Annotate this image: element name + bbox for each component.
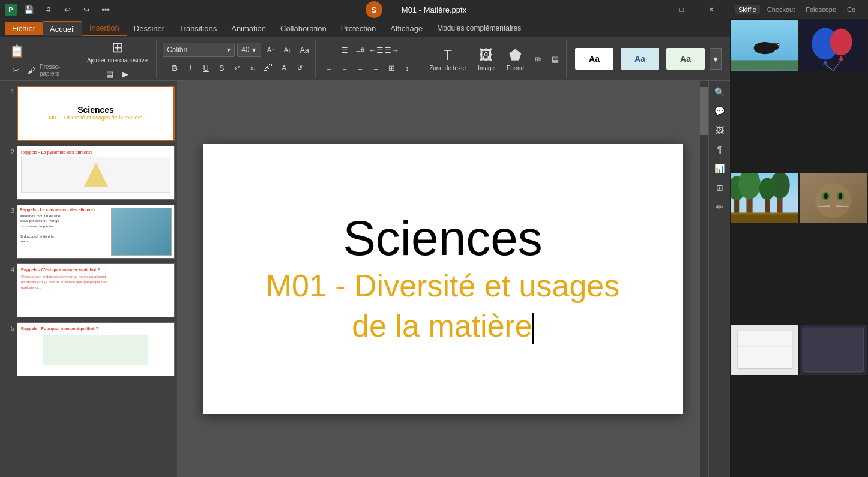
align-center-button[interactable]: ≡ (337, 61, 352, 75)
bullets-button[interactable]: ☰ (337, 43, 352, 57)
tab-affichage[interactable]: Affichage (383, 22, 430, 35)
browser-tab-checkout[interactable]: Checkout (764, 5, 798, 14)
title-bar-left: P 💾 🖨 ↩ ↪ ••• (5, 4, 110, 16)
slide-thumb-3[interactable]: 3 Rappels - Le classement des aliments A… (2, 205, 175, 259)
tab-transitions[interactable]: Transitions (172, 22, 224, 35)
align-right-button[interactable]: ≡ (353, 61, 367, 75)
slide-3-content: Autour de moi, un ou uneélève propose ou… (20, 214, 109, 244)
themes-expand-button[interactable]: ▾ (710, 48, 722, 70)
numbered-list-button[interactable]: ≡# (353, 43, 367, 57)
slide-2-content (21, 157, 170, 193)
tab-insertion[interactable]: Insertion (82, 21, 127, 36)
subscript-button[interactable]: x₂ (246, 61, 260, 75)
font-size-dropdown[interactable]: 40 ▾ (237, 43, 261, 57)
subtitle-line1: M01 - Diversité et usages (266, 268, 620, 303)
rs-search-button[interactable]: 🔍 (711, 83, 728, 100)
undo-icon[interactable]: ↩ (62, 5, 72, 14)
slide-main-title[interactable]: Sciences (343, 211, 543, 265)
decrease-font-button[interactable]: A↓ (280, 43, 295, 57)
underline-button[interactable]: U (199, 61, 213, 75)
text-zone-button[interactable]: T Zone de texte (424, 42, 471, 76)
print-icon[interactable]: 🖨 (43, 5, 53, 14)
line-spacing-button[interactable]: ↕ (400, 61, 414, 75)
slide-thumb-4[interactable]: 4 Rappels - C'est quoi manger équilibré … (2, 263, 175, 317)
theme-1[interactable]: Aa (573, 46, 616, 72)
rs-draw-button[interactable]: ✏ (711, 199, 728, 215)
slide-num-2: 2 (2, 146, 14, 155)
superscript-button[interactable]: x² (230, 61, 244, 75)
highlight-button[interactable]: 🖊 (261, 61, 276, 75)
slide-preview-3: Rappels - Le classement des aliments Aut… (17, 205, 175, 259)
increase-indent-button[interactable]: ☰→ (384, 43, 399, 57)
slide-thumb-5[interactable]: 5 Rappels - Pourquoi manger équilibré ? (2, 322, 175, 376)
strikethrough-button[interactable]: S (214, 61, 229, 75)
tab-dessiner[interactable]: Dessiner (127, 22, 172, 35)
slide-present-button[interactable]: ▶ (118, 67, 133, 82)
paste-button[interactable]: 📋 (8, 40, 25, 62)
justify-button[interactable]: ≡ (369, 61, 383, 75)
browser-tab-foldscope[interactable]: Foldscope (802, 5, 840, 14)
chevron-down-icon: ▾ (252, 46, 256, 54)
font-color-button[interactable]: A (277, 61, 291, 75)
slide-num-1: 1 (2, 86, 14, 95)
bold-button[interactable]: B (167, 61, 182, 75)
columns-button[interactable]: ⊞ (384, 61, 399, 75)
rs-paragraph-button[interactable]: ¶ (711, 141, 728, 158)
italic-button[interactable]: I (183, 61, 197, 75)
vertical-scrollbar[interactable] (700, 81, 708, 477)
forme-label: Forme (507, 65, 524, 71)
theme-3[interactable]: Aa (664, 46, 707, 72)
scrollbar-thumb[interactable] (700, 87, 708, 135)
tab-modules[interactable]: Modules complémentaires (430, 22, 528, 35)
close-button[interactable]: ✕ (698, 0, 725, 19)
grid-image-balloons[interactable] (800, 20, 867, 71)
decrease-indent-button[interactable]: ←☰ (369, 43, 383, 57)
tab-fichier[interactable]: Fichier (5, 22, 43, 35)
font-family-dropdown[interactable]: Calibri ▾ (163, 43, 235, 57)
grid-image-white[interactable] (731, 325, 798, 375)
cut-button[interactable]: ✂ (8, 63, 23, 77)
increase-font-button[interactable]: A↑ (264, 43, 278, 57)
browser-tab-skiffle[interactable]: Skiffle (735, 5, 760, 14)
tab-protection[interactable]: Protection (334, 22, 384, 35)
rs-comment-button[interactable]: 💬 (711, 103, 728, 119)
forme-button[interactable]: ⬟ Forme (502, 42, 529, 76)
tab-collaboration[interactable]: Collaboration (273, 22, 334, 35)
text-zone-icon: T (443, 47, 452, 64)
slide-main-subtitle[interactable]: M01 - Diversité et usages de la matière (266, 266, 620, 347)
slide-4-label: Rappels - C'est quoi manger équilibré ? (21, 268, 170, 272)
browser-tab-co[interactable]: Co (843, 5, 859, 14)
maximize-button[interactable]: □ (668, 0, 695, 19)
change-case-button[interactable]: Aa (297, 43, 312, 57)
slide-canvas-area[interactable]: Sciences M01 - Diversité et usages de la… (177, 81, 708, 477)
add-slide-button[interactable]: ⊞ Ajouter une diapositive (82, 37, 152, 66)
rs-media-button[interactable]: 🖼 (711, 122, 728, 139)
svg-point-4 (776, 43, 779, 47)
grid-image-nature[interactable] (731, 173, 798, 223)
more-icon[interactable]: ••• (101, 5, 110, 14)
image-button[interactable]: 🖼 Image (473, 42, 499, 76)
clear-format-button[interactable]: ↺ (292, 61, 307, 75)
rs-chart-button[interactable]: 📊 (711, 160, 728, 177)
arrange-button[interactable]: ⊞↕ (531, 52, 546, 66)
grid-image-extra[interactable] (800, 325, 867, 375)
ribbon-content: 📋 ✂ 🖌 Presse-papiers ⊞ Ajouter une diapo… (0, 37, 730, 81)
tab-accueil[interactable]: Accueil (43, 21, 82, 36)
slide-thumb-1[interactable]: 1 Sciences M01 - Diversité et usages de … (2, 86, 175, 141)
theme-2[interactable]: Aa (618, 46, 662, 72)
save-icon[interactable]: 💾 (24, 5, 34, 14)
minimize-button[interactable]: — (637, 0, 665, 19)
format-copy-button[interactable]: 🖌 (24, 63, 38, 77)
tab-animation[interactable]: Animation (224, 22, 273, 35)
slide-canvas[interactable]: Sciences M01 - Diversité et usages de la… (203, 144, 683, 414)
slide-4-content: Chaque jour, je dois consommer au moins … (21, 274, 170, 290)
slide-thumb-2[interactable]: 2 Rappels - La pyramide des aliments (2, 146, 175, 200)
rs-table-button[interactable]: ⊞ (711, 179, 728, 196)
redo-icon[interactable]: ↪ (82, 5, 91, 14)
slide-layout-button[interactable]: ▤ (103, 67, 117, 82)
ribbon-group-insert: T Zone de texte 🖼 Image ⬟ Forme ⊞↕ ▤ (421, 40, 567, 78)
align-left-button[interactable]: ≡ (322, 61, 336, 75)
grid-image-cat[interactable] (800, 173, 867, 223)
slides-view-button[interactable]: ▤ (548, 52, 562, 66)
grid-image-bird[interactable] (731, 20, 798, 71)
